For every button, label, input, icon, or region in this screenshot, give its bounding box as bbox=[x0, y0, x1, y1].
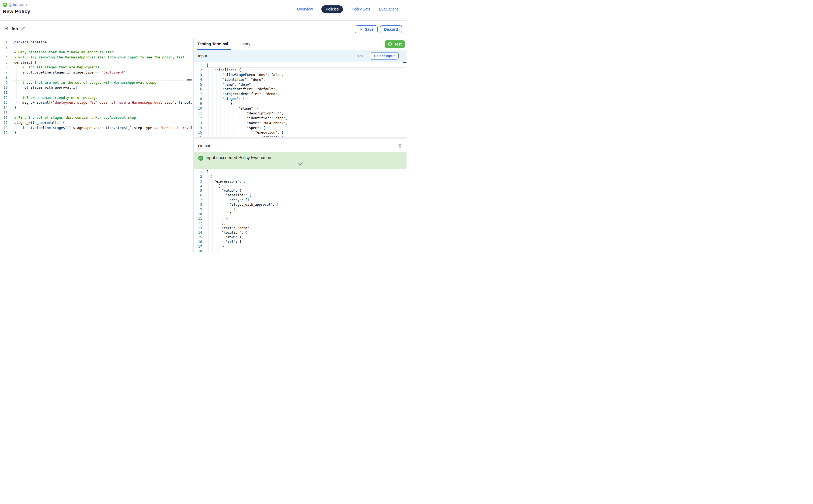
code-line[interactable]: 6 "orgIdentifier": "default", bbox=[194, 87, 406, 92]
code-line[interactable]: 19} bbox=[0, 130, 193, 135]
top-nav: Overview Policies Policy Sets Evaluation… bbox=[297, 5, 398, 13]
line-number: 2 bbox=[0, 45, 8, 50]
code-line[interactable]: 9 { bbox=[194, 101, 406, 106]
code-line[interactable]: 18 input.pipeline.stages[i].stage.spec.e… bbox=[0, 125, 193, 131]
line-number: 5 bbox=[194, 82, 202, 87]
input-json-editor[interactable]: 1{2 "pipeline": {3 "allowStageExecutions… bbox=[194, 62, 406, 140]
line-number: 14 bbox=[0, 105, 8, 110]
code-line[interactable]: 13 "name": "OPA check", bbox=[194, 121, 406, 125]
page-title: New Policy bbox=[3, 9, 30, 15]
code-line[interactable]: 17stages_with_approval[i] { bbox=[0, 120, 193, 125]
code-line[interactable]: 12 }, bbox=[194, 221, 406, 226]
code-line[interactable]: 3 "expressions": [ bbox=[194, 179, 406, 184]
code-line[interactable]: 12 # Show a human-friendly error message bbox=[0, 95, 193, 100]
policy-code-editor[interactable]: 1package pipeline23# Deny pipelines that… bbox=[0, 38, 193, 252]
policy-name: foo bbox=[12, 26, 18, 31]
code-line[interactable]: 3 "allowStageExecutions": false, bbox=[194, 72, 406, 77]
tab-policy-sets[interactable]: Policy Sets bbox=[351, 7, 370, 11]
line-number: 1 bbox=[0, 40, 8, 45]
code-line[interactable]: 16 "col": 1 bbox=[194, 240, 406, 244]
line-number: 10 bbox=[0, 85, 8, 90]
line-number: 10 bbox=[194, 212, 202, 216]
line-number: 15 bbox=[194, 130, 202, 135]
code-line[interactable]: 6 # Find all stages that are Deployments… bbox=[0, 65, 193, 70]
line-number: 8 bbox=[194, 96, 202, 101]
code-line[interactable]: 4 { bbox=[194, 184, 406, 188]
code-line[interactable]: 1package pipeline bbox=[0, 40, 193, 45]
line-number: 16 bbox=[0, 115, 8, 120]
output-json-editor[interactable]: 1[2 {3 "expressions": [4 {5 "value": {6 … bbox=[194, 169, 406, 252]
header-divider bbox=[0, 20, 406, 21]
code-line[interactable]: 14 "location": { bbox=[194, 230, 406, 235]
code-line[interactable]: 7 input.pipeline.stages[i].stage.type ==… bbox=[0, 70, 193, 75]
code-line[interactable]: 15 "row": 1, bbox=[194, 235, 406, 240]
code-line[interactable]: 7 "deny": [], bbox=[194, 198, 406, 202]
line-number: 13 bbox=[0, 100, 8, 105]
code-line[interactable]: 2 { bbox=[194, 174, 406, 179]
code-line[interactable]: 9 # ... that are not in the set of stage… bbox=[0, 80, 193, 85]
horizontal-scrollbar[interactable] bbox=[194, 137, 406, 139]
line-number: 12 bbox=[194, 116, 202, 121]
tab-policies-active[interactable]: Policies bbox=[321, 5, 343, 13]
code-line[interactable]: 12 "identifier": "app", bbox=[194, 116, 406, 121]
code-line[interactable]: 1{ bbox=[194, 63, 406, 68]
play-circle-icon bbox=[388, 42, 392, 46]
code-line[interactable]: 11 bbox=[0, 90, 193, 95]
code-line[interactable]: 15 "execution": { bbox=[194, 130, 406, 135]
code-line[interactable]: 5 "name": "demo", bbox=[194, 82, 406, 87]
trash-icon[interactable] bbox=[397, 143, 402, 148]
line-number: 4 bbox=[194, 77, 202, 82]
code-line[interactable]: 14 "spec": { bbox=[194, 125, 406, 130]
code-line[interactable]: 17 } bbox=[194, 244, 406, 249]
breadcrumb-project-link[interactable]: Quickstart bbox=[9, 3, 25, 7]
code-line[interactable]: 2 bbox=[0, 45, 193, 50]
discard-button[interactable]: Discard bbox=[380, 25, 402, 33]
line-number: 11 bbox=[194, 216, 202, 221]
code-line[interactable]: 5deny[msg] { bbox=[0, 60, 193, 65]
code-line[interactable]: 10 ] bbox=[194, 212, 406, 216]
chevron-down-icon[interactable] bbox=[297, 162, 303, 167]
code-line[interactable]: 7 "projectIdentifier": "demo", bbox=[194, 92, 406, 96]
line-number: 13 bbox=[194, 121, 202, 125]
code-line[interactable]: 10 not stages_with_approval[i] bbox=[0, 85, 193, 90]
code-line[interactable]: 8 "stages_with_approval": [ bbox=[194, 202, 406, 207]
line-number: 3 bbox=[0, 50, 8, 55]
code-line[interactable]: 1[ bbox=[194, 170, 406, 174]
code-line[interactable]: 8 "stages": [ bbox=[194, 96, 406, 101]
line-number: 17 bbox=[0, 120, 8, 125]
code-line[interactable]: 11 } bbox=[194, 216, 406, 221]
tab-overview[interactable]: Overview bbox=[297, 7, 313, 11]
code-line[interactable]: 5 "value": { bbox=[194, 188, 406, 193]
code-line[interactable]: 15 bbox=[0, 110, 193, 115]
tab-testing-terminal[interactable]: Testing Terminal bbox=[197, 38, 228, 50]
code-line[interactable]: 9 1 bbox=[194, 207, 406, 212]
line-number: 18 bbox=[194, 249, 202, 252]
code-line[interactable]: 4 "identifier": "demo", bbox=[194, 77, 406, 82]
input-section-header: Input </> Select Input bbox=[194, 50, 406, 62]
code-line[interactable]: 14} bbox=[0, 105, 193, 110]
tab-evaluations[interactable]: Evaluations bbox=[379, 7, 398, 11]
code-line[interactable]: 18 } bbox=[194, 249, 406, 252]
code-line[interactable]: 3# Deny pipelines that don't have an app… bbox=[0, 50, 193, 55]
code-line[interactable]: 11 "description": "", bbox=[194, 111, 406, 116]
line-number: 7 bbox=[0, 70, 8, 75]
edit-pencil-icon[interactable] bbox=[21, 26, 25, 31]
line-number: 4 bbox=[194, 184, 202, 188]
code-line[interactable]: 2 "pipeline": { bbox=[194, 68, 406, 72]
select-input-button[interactable]: Select Input bbox=[370, 52, 399, 59]
code-line[interactable]: 6 "pipeline": { bbox=[194, 193, 406, 198]
line-number: 12 bbox=[194, 221, 202, 226]
save-button[interactable]: Save bbox=[355, 25, 378, 33]
code-line[interactable]: 13 msg := sprintf("deployment stage '%s'… bbox=[0, 100, 193, 105]
line-number: 18 bbox=[0, 125, 8, 131]
code-line[interactable]: 8 bbox=[0, 75, 193, 80]
toolbar-actions: Save Discard bbox=[355, 25, 402, 33]
code-line[interactable]: 13 "text": "data", bbox=[194, 226, 406, 230]
code-line[interactable]: 4# NOTE: Try removing the HarnessApprova… bbox=[0, 55, 193, 60]
test-button[interactable]: Test bbox=[385, 40, 405, 48]
code-line[interactable]: 16# Find the set of stages that contain … bbox=[0, 115, 193, 120]
tab-library[interactable]: Library bbox=[238, 38, 250, 50]
line-number: 17 bbox=[194, 244, 202, 249]
code-toggle-icon[interactable]: </> bbox=[357, 54, 364, 58]
code-line[interactable]: 10 "stage": { bbox=[194, 106, 406, 111]
